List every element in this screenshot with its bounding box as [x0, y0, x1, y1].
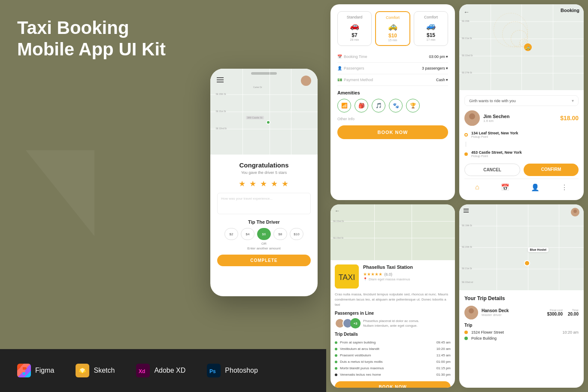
stop-dot-green [464, 337, 468, 340]
station-image: TAXI [335, 264, 359, 289]
tool-photoshop: Ps Photoshop [207, 364, 258, 377]
amenity-music[interactable]: 🎵 [372, 99, 385, 112]
nav-home[interactable]: ⌂ [475, 183, 479, 191]
xd-icon: Xd [136, 364, 150, 377]
congrats-sub: You gave the driver 5 stars [217, 170, 311, 175]
station-info: Phasellus Taxi Station ★★★★★ (6.0) 📍Diam… [363, 264, 413, 281]
ride-comfort[interactable]: Comfort 🚕 $10 15 min [375, 11, 410, 46]
phone-map: SE 20th St SE 21st St SE 22nd St Carter … [210, 69, 318, 155]
xd-label: Adobe XD [154, 367, 185, 374]
panel-station: SE 22nd St SE 23rd St ← TAXI Phasellus T… [330, 204, 455, 388]
pass-count: +3 [350, 318, 361, 328]
trip-driver-avatar [464, 306, 478, 319]
trip-dot-2 [335, 348, 337, 350]
panel-ride-options: Standard 🚗 $7 28 min Comfort 🚕 $10 15 mi… [330, 4, 455, 200]
driver-row: Jim Sechen 1.6 km $18.00 [464, 110, 579, 126]
girth-text: Girth wants to ride with you [469, 99, 516, 103]
trip-row-3: Praesent vestibulum 11:45 am [335, 352, 451, 359]
pickup-sub: Pickup Point [471, 135, 518, 138]
driver-info: Jim Sechen 1.6 km [483, 114, 509, 123]
booking-content: Girth wants to ride with you ▾ Jim Seche… [459, 90, 584, 200]
tip-or: OR [217, 242, 311, 246]
trip-cost-info: Final cost $300.00 Time 20.00 [547, 309, 579, 316]
amenity-bag[interactable]: 🎒 [355, 99, 368, 112]
trip-dot-4 [335, 361, 337, 363]
panel-booking-confirm: SE 20th SE 21st St SE 22nd St SE 27th St… [459, 4, 584, 200]
trip-stop-2: Police Building [464, 336, 579, 340]
trip-dot-6 [335, 374, 337, 376]
svg-text:TAXI: TAXI [339, 273, 355, 282]
right-section: Standard 🚗 $7 28 min Comfort 🚕 $10 15 mi… [326, 0, 588, 392]
ride-standard[interactable]: Standard 🚗 $7 28 min [337, 11, 372, 46]
stop-dot-yellow [464, 331, 468, 334]
booking-header-title: Booking [561, 8, 579, 13]
station-rating: (6.0) [384, 272, 392, 277]
amenity-pet[interactable]: 🐾 [389, 99, 403, 112]
location-details: 134 Leaf Street, New York Pickup Point 4… [464, 129, 579, 159]
trip-hamburger[interactable] [464, 209, 469, 213]
amenities-icons: 📶 🎒 🎵 🐾 🏆 [337, 99, 448, 112]
tip-8[interactable]: $8 [273, 228, 287, 240]
trip-driver-info: Hanson Deck Master driver [482, 308, 509, 317]
booking-map: SE 20th SE 21st St SE 22nd St SE 27th St… [459, 4, 584, 90]
time-value: 20.00 [568, 312, 579, 316]
hamburger-menu[interactable] [217, 77, 224, 82]
hostel-label: Blue Hostel [528, 247, 549, 252]
trip-dot-1 [335, 341, 337, 344]
book-now-button-1[interactable]: BOOK NOW [337, 125, 448, 139]
bottom-toolbar: Figma Sketch Xd Adobe XD Ps [0, 349, 326, 392]
girth-bar: Girth wants to ride with you ▾ [464, 95, 579, 106]
tip-2[interactable]: $2 [224, 228, 238, 240]
pickup-location: 134 Leaf Street, New York Pickup Point [464, 129, 579, 140]
trip-row-1: Proin at sapien building 09:45 am [335, 339, 451, 346]
nav-calendar[interactable]: 📅 [501, 183, 509, 191]
tip-6[interactable]: $6 [257, 228, 271, 240]
time-label: Time [568, 309, 579, 312]
trip-driver-role: Master driver [482, 313, 509, 317]
driver-name: Jim Sechen [483, 114, 509, 119]
station-back-arrow[interactable]: ← [335, 208, 340, 214]
ride-comfort2[interactable]: Comfort 🚙 $15 17 min [414, 11, 448, 46]
complete-button[interactable]: COMPLETE [217, 255, 311, 266]
trip-row-4: Duis a metus id turpis mollis 01:00 pm [335, 359, 451, 365]
tool-adobe-xd: Xd Adobe XD [136, 364, 185, 377]
amenity-wifi[interactable]: 📶 [337, 99, 351, 112]
congrats-title: Congratulations [217, 161, 311, 169]
station-content: TAXI Phasellus Taxi Station ★★★★★ (6.0) … [330, 260, 455, 388]
amenities-title: Amenities [337, 90, 448, 95]
confirm-button[interactable]: CONFIRM [524, 164, 579, 176]
final-cost-value: $300.00 [547, 312, 563, 316]
tool-figma: Figma [17, 364, 54, 377]
travel-experience-input[interactable]: How was your travel experience... [217, 193, 311, 214]
nav-more[interactable]: ⋮ [561, 183, 568, 191]
driver-dist: 1.6 km [483, 119, 509, 123]
svg-point-1 [467, 120, 477, 126]
svg-point-6 [469, 308, 474, 313]
location-connector [466, 142, 466, 147]
girth-expand[interactable]: ▾ [572, 98, 574, 103]
stop-name-2: Police Building [471, 336, 497, 340]
main-title: Taxi Booking Mobile App UI Kit [17, 17, 309, 61]
tip-4[interactable]: $4 [241, 228, 255, 240]
other-info-label: Other Info [337, 117, 448, 121]
trip-user-avatar [571, 208, 579, 216]
figma-icon [17, 364, 31, 377]
phone-notch [251, 72, 277, 75]
back-arrow-booking[interactable]: ← [464, 9, 470, 15]
dropoff-label: 453 Castle Street, New York [471, 150, 522, 155]
book-now-button-2[interactable]: BOOK NOW [335, 381, 451, 388]
svg-point-4 [573, 210, 577, 213]
svg-text:Xd: Xd [139, 368, 145, 374]
bottom-nav: ⌂ 📅 👤 ⋮ [464, 179, 579, 195]
driver-price: $18.00 [560, 115, 579, 122]
tip-10[interactable]: $10 [290, 228, 303, 240]
svg-point-5 [572, 213, 578, 216]
nav-profile[interactable]: 👤 [531, 183, 540, 191]
tool-sketch: Sketch [76, 364, 115, 377]
taxi-map-pin: 🚕 [524, 43, 532, 51]
cancel-button[interactable]: CANCEL [464, 164, 520, 176]
trip-details-title: Trip Details [335, 332, 451, 337]
amenity-trophy[interactable]: 🏆 [406, 99, 420, 112]
passengers-title: Passengers in Line [335, 311, 451, 316]
sketch-label: Sketch [94, 367, 115, 374]
